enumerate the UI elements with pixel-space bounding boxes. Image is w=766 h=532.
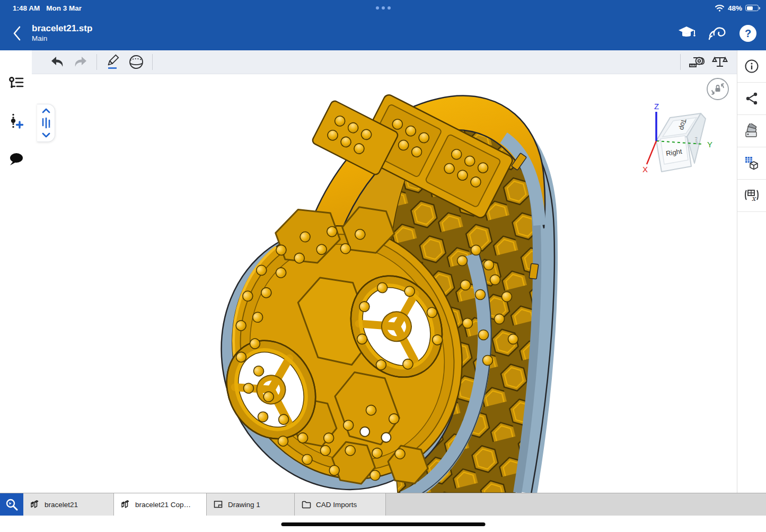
home-indicator[interactable] [281, 522, 485, 526]
view-adjust-pill[interactable] [37, 104, 55, 142]
part-studio-icon [120, 499, 131, 510]
clock: 1:48 AM [13, 4, 40, 12]
tab-cad-imports[interactable]: CAD Imports [295, 493, 386, 516]
redo-icon[interactable] [69, 52, 92, 72]
comment-icon[interactable] [6, 150, 25, 169]
svg-text:?: ? [745, 28, 751, 39]
bracelet-model[interactable] [32, 74, 737, 493]
tab-label: bracelet21 [45, 501, 78, 509]
status-bar: 1:48 AM Mon 3 Mar 48% [0, 0, 766, 16]
live-sync-icon[interactable] [708, 24, 727, 43]
folder-icon [301, 499, 312, 510]
tab-drawing-1[interactable]: Drawing 1 [207, 493, 295, 516]
back-button[interactable] [7, 22, 27, 45]
document-title: bracelet21.stp [32, 23, 92, 34]
mass-properties-icon[interactable] [708, 52, 732, 72]
model-viewport[interactable]: Top Right Front Z X Y [32, 74, 737, 493]
view-cube[interactable]: Top Right Front Z X Y [635, 101, 715, 195]
help-icon[interactable]: ? [738, 24, 758, 43]
sketch-icon[interactable] [101, 52, 125, 72]
tab-label: Drawing 1 [228, 501, 260, 509]
undo-icon[interactable] [46, 52, 69, 72]
tab-bracelet21-copy[interactable]: bracelet21 Cop… [114, 493, 207, 516]
toolbar [32, 50, 737, 74]
feature-list-icon[interactable] [6, 74, 25, 93]
home-area [0, 516, 766, 532]
part-studio-icon [30, 499, 40, 510]
chevron-up-icon[interactable] [42, 108, 50, 113]
tab-label: CAD Imports [316, 501, 357, 509]
info-icon[interactable] [737, 50, 766, 83]
battery-percent: 48% [728, 4, 742, 12]
chevron-down-icon[interactable] [42, 132, 50, 138]
drawing-icon [213, 499, 224, 510]
variables-icon[interactable]: x [737, 180, 766, 212]
document-tab-bar: bracelet21 bracelet21 Cop… Drawing 1 CAD… [0, 493, 766, 516]
appearance-icon[interactable] [737, 115, 766, 147]
adjust-icon[interactable] [41, 117, 51, 129]
multitask-dots-icon[interactable] [376, 6, 391, 10]
right-panel: x [737, 50, 766, 493]
workspace-name[interactable]: Main [32, 34, 92, 43]
tab-label: bracelet21 Cop… [135, 501, 191, 509]
date: Mon 3 Mar [46, 4, 82, 12]
tab-bracelet21[interactable]: bracelet21 [23, 493, 114, 516]
configurations-icon[interactable] [737, 147, 766, 180]
revolve-sphere-icon[interactable] [125, 52, 148, 72]
rotate-lock-button[interactable] [706, 77, 729, 101]
add-feature-icon[interactable] [6, 112, 25, 131]
document-header: bracelet21.stp Main ? [0, 16, 766, 50]
axis-z-label: Z [654, 102, 659, 111]
left-panel [0, 50, 32, 493]
share-icon[interactable] [737, 83, 766, 115]
axis-y-label: Y [707, 140, 712, 149]
learning-center-icon[interactable] [677, 24, 696, 43]
search-tools-button[interactable] [0, 493, 23, 516]
battery-icon [745, 5, 759, 11]
axis-x-label: X [642, 165, 648, 174]
wifi-icon [715, 4, 725, 12]
measure-icon[interactable] [685, 52, 708, 72]
onshape-app: 1:48 AM Mon 3 Mar 48% bracelet21.stp Mai… [0, 0, 766, 532]
svg-text:x: x [752, 194, 756, 202]
